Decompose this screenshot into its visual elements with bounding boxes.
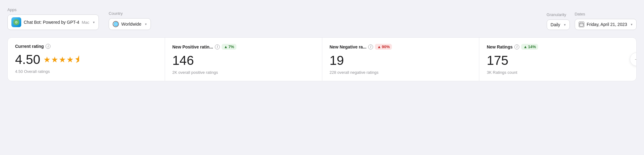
- country-value: Worldwide: [121, 22, 141, 27]
- country-filter-group: Country 🌐 Worldwide ▾: [109, 11, 151, 30]
- filters-row: Apps ⚙ Chat Bot: Powered by GPT-4 Mac ▾: [7, 7, 637, 30]
- card-subtitle-new-negative: 228 overall negative ratings: [330, 70, 472, 75]
- card-header-current-rating: Current rating i: [15, 44, 157, 49]
- cards-row: Current rating i 4.50 ★ ★ ★ ★ ⯨ 4.50 Ove…: [7, 37, 637, 81]
- info-icon-new-positive[interactable]: i: [215, 44, 220, 49]
- arrow-right-icon: →: [634, 56, 637, 63]
- badge-text-new-ratings: 14%: [528, 44, 536, 49]
- svg-rect-2: [580, 23, 583, 26]
- star-3: ★: [59, 55, 66, 64]
- granularity-value: Daily: [551, 22, 560, 27]
- card-title-new-ratings: New Ratings: [487, 44, 513, 49]
- badge-arrow-new-ratings: ▲: [523, 44, 527, 49]
- info-icon-current-rating[interactable]: i: [46, 44, 50, 49]
- stars: ★ ★ ★ ★ ⯨: [43, 55, 82, 64]
- card-value-new-positive: 146: [172, 53, 315, 68]
- granularity-label: Granularity: [547, 12, 570, 17]
- card-header-new-ratings: New Ratings i ▲ 14%: [487, 44, 629, 50]
- badge-new-ratings: ▲ 14%: [521, 44, 538, 50]
- badge-arrow-new-negative: ▲: [377, 44, 381, 49]
- card-title-new-positive: New Positive ratin...: [172, 44, 213, 49]
- star-1: ★: [43, 55, 50, 64]
- card-value-current-rating: 4.50 ★ ★ ★ ★ ⯨: [15, 52, 157, 67]
- svg-text:⚙: ⚙: [15, 20, 18, 24]
- card-header-new-negative: New Negative ra... i ▲ 90%: [330, 44, 472, 50]
- dates-label: Dates: [575, 12, 637, 16]
- country-select[interactable]: 🌐 Worldwide ▾: [109, 18, 151, 30]
- rating-number: 4.50: [15, 52, 40, 67]
- star-4: ★: [66, 55, 74, 64]
- granularity-chevron-icon: ▾: [564, 23, 566, 27]
- country-chevron-icon: ▾: [145, 22, 147, 26]
- info-icon-new-negative[interactable]: i: [368, 44, 373, 49]
- badge-text-new-negative: 90%: [382, 44, 390, 49]
- card-value-new-negative: 19: [330, 53, 472, 68]
- granularity-select[interactable]: Daily ▾: [547, 19, 570, 30]
- apps-label: Apps: [7, 7, 99, 12]
- apps-filter-group: Apps ⚙ Chat Bot: Powered by GPT-4 Mac ▾: [7, 7, 99, 30]
- card-subtitle-new-ratings: 3K Ratings count: [487, 70, 629, 75]
- card-header-new-positive: New Positive ratin... i ▲ 7%: [172, 44, 315, 50]
- dates-filter-group: Dates Friday, April 21, 2023 ▾: [575, 12, 637, 30]
- badge-arrow-new-positive: ▲: [224, 44, 228, 49]
- card-title-new-negative: New Negative ra...: [330, 44, 367, 49]
- card-new-ratings: New Ratings i ▲ 14% 175 3K Ratings count: [479, 38, 636, 81]
- apps-select[interactable]: ⚙ Chat Bot: Powered by GPT-4 Mac ▾: [7, 15, 99, 30]
- badge-new-negative: ▲ 90%: [375, 44, 392, 50]
- card-subtitle-new-positive: 2K overall positive ratings: [172, 70, 315, 75]
- card-title-current-rating: Current rating: [15, 44, 44, 49]
- dates-select[interactable]: Friday, April 21, 2023 ▾: [575, 19, 637, 30]
- card-subtitle-current-rating: 4.50 Overall ratings: [15, 69, 157, 74]
- star-5: ⯨: [74, 55, 82, 64]
- app-name: Chat Bot: Powered by GPT-4: [24, 20, 79, 25]
- granularity-dates-group: Granularity Daily ▾ Dates Friday, April …: [547, 12, 637, 30]
- card-current-rating: Current rating i 4.50 ★ ★ ★ ★ ⯨ 4.50 Ove…: [8, 38, 165, 81]
- app-platform: Mac: [82, 20, 90, 25]
- badge-new-positive: ▲ 7%: [222, 44, 236, 50]
- apps-chevron-icon: ▾: [93, 20, 95, 24]
- country-label: Country: [109, 11, 151, 16]
- granularity-filter-group: Granularity Daily ▾: [547, 12, 570, 30]
- globe-icon: 🌐: [113, 21, 119, 27]
- app-icon: ⚙: [11, 17, 21, 27]
- dates-value: Friday, April 21, 2023: [587, 22, 627, 27]
- badge-text-new-positive: 7%: [228, 44, 234, 49]
- calendar-icon: [579, 22, 584, 27]
- info-icon-new-ratings[interactable]: i: [514, 44, 519, 49]
- card-new-negative-rating: New Negative ra... i ▲ 90% 19 228 overal…: [322, 38, 480, 81]
- star-2: ★: [51, 55, 58, 64]
- card-new-positive-rating: New Positive ratin... i ▲ 7% 146 2K over…: [165, 38, 322, 81]
- card-value-new-ratings: 175: [487, 53, 629, 68]
- dates-chevron-icon: ▾: [631, 23, 633, 27]
